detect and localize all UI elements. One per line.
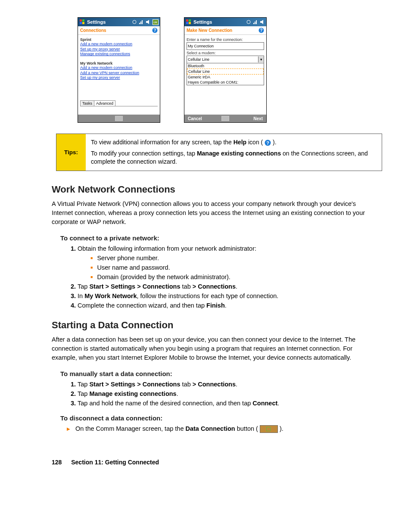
option-irda[interactable]: Generic IrDA xyxy=(187,75,264,80)
bullet: User name and password. xyxy=(90,264,377,271)
section-label: Section 11: Getting Connected xyxy=(71,459,159,466)
titlebar: Settings ok xyxy=(78,18,160,26)
start-icon xyxy=(79,19,85,25)
step-2: Tap Manage existing connections. xyxy=(78,390,377,397)
svg-rect-12 xyxy=(186,22,188,24)
status-icons xyxy=(246,19,265,25)
page-number: 128 xyxy=(52,459,62,466)
subheader-title: Make New Connection xyxy=(187,28,232,33)
steps-private: Obtain the following information from yo… xyxy=(78,245,377,309)
bullet: Server phone number. xyxy=(90,255,377,261)
svg-rect-10 xyxy=(186,19,188,22)
bottombar xyxy=(78,115,160,122)
link-work-vpn[interactable]: Add a new VPN server connection xyxy=(80,71,158,76)
svg-rect-2 xyxy=(80,22,82,24)
modem-label: Select a modem: xyxy=(187,51,264,55)
svg-rect-0 xyxy=(80,19,82,22)
name-input[interactable]: My Connection xyxy=(187,42,264,50)
help-icon[interactable]: ? xyxy=(258,28,264,33)
sprint-label: Sprint xyxy=(80,37,158,42)
step-1: Obtain the following information from yo… xyxy=(78,245,377,280)
keyboard-icon[interactable] xyxy=(221,116,229,121)
signal-icon xyxy=(253,19,258,25)
subheader-title: Connections xyxy=(80,28,106,33)
step-1: Tap Start > Settings > Connections tab >… xyxy=(78,381,377,388)
option-bluetooth[interactable]: Bluetooth xyxy=(187,63,264,68)
sub-disconnect: To disconnect a data connection: xyxy=(60,414,377,422)
content: Sprint Add a new modem connection Set up… xyxy=(78,35,160,115)
titlebar: Settings xyxy=(184,18,266,26)
content: Enter a name for the connection: My Conn… xyxy=(184,35,266,115)
tab-tasks[interactable]: Tasks xyxy=(80,100,94,106)
step-3: Tap and hold the name of the desired con… xyxy=(78,400,377,407)
intro-data: After a data connection has been set up … xyxy=(52,335,377,362)
svg-rect-14 xyxy=(253,23,254,24)
option-cellular[interactable]: Cellular Line xyxy=(187,68,264,75)
step-2: Tap Start > Settings > Connections tab >… xyxy=(78,283,377,290)
tips-label: Tips: xyxy=(56,134,86,171)
sync-icon xyxy=(132,19,137,25)
modem-select[interactable]: Cellular Line ▾ xyxy=(187,56,264,63)
svg-rect-16 xyxy=(256,20,257,24)
tab-row: Tasks Advanced xyxy=(80,100,158,106)
svg-text:?: ? xyxy=(266,140,269,145)
option-hayes[interactable]: Hayes Compatible on COM1: xyxy=(187,80,264,85)
disconnect-step: On the Comm Manager screen, tap the Data… xyxy=(67,425,377,433)
help-icon: ? xyxy=(265,140,271,146)
signal-icon xyxy=(139,19,144,25)
tips-body: To view additional information for any s… xyxy=(86,134,382,171)
svg-rect-1 xyxy=(82,19,84,22)
svg-rect-13 xyxy=(189,22,191,24)
disconnect-steps: On the Comm Manager screen, tap the Data… xyxy=(67,425,377,433)
next-button[interactable]: Next xyxy=(253,116,263,121)
bullet: Domain (provided by the network administ… xyxy=(90,274,377,280)
sub-connect-private: To connect to a private network: xyxy=(60,234,377,242)
svg-rect-5 xyxy=(140,22,141,24)
svg-rect-4 xyxy=(139,23,140,24)
heading-work-network: Work Network Connections xyxy=(52,184,377,195)
subheader: Connections ? xyxy=(78,26,160,35)
modem-options: Bluetooth Cellular Line Generic IrDA Hay… xyxy=(187,63,264,85)
sync-icon xyxy=(246,19,251,25)
step-3: In My Work Network, follow the instructi… xyxy=(78,292,377,299)
help-icon[interactable]: ? xyxy=(152,28,158,33)
data-connection-button-icon xyxy=(260,425,278,433)
svg-text:?: ? xyxy=(260,28,262,33)
link-work-modem[interactable]: Add a new modem connection xyxy=(80,65,158,71)
bottombar: Cancel Next xyxy=(184,115,266,122)
page-footer: 128 Section 11: Getting Connected xyxy=(52,459,377,466)
svg-rect-11 xyxy=(189,19,191,22)
name-label: Enter a name for the connection: xyxy=(187,37,264,42)
steps-manual: Tap Start > Settings > Connections tab >… xyxy=(78,381,377,407)
status-icons xyxy=(132,19,151,25)
tab-advanced[interactable]: Advanced xyxy=(94,100,115,106)
start-icon xyxy=(186,19,192,25)
svg-marker-17 xyxy=(260,20,263,24)
intro-work: A Virtual Private Network (VPN) connecti… xyxy=(52,199,377,227)
link-proxy[interactable]: Set up my proxy server xyxy=(80,47,158,52)
keyboard-icon[interactable] xyxy=(115,116,123,121)
screenshot-new-connection: Settings Make New Connection ? Enter a n… xyxy=(184,17,267,123)
link-add-modem[interactable]: Add a new modem connection xyxy=(80,42,158,47)
step-4: Complete the connection wizard, and then… xyxy=(78,302,377,309)
svg-text:?: ? xyxy=(153,28,156,33)
bullets: Server phone number. User name and passw… xyxy=(90,255,377,280)
svg-marker-7 xyxy=(146,20,149,24)
chevron-down-icon: ▾ xyxy=(258,56,264,62)
tips-box: Tips: To view additional information for… xyxy=(56,134,382,171)
svg-rect-3 xyxy=(82,22,84,24)
device-screenshots: Settings ok Connections ? Sprint Add a n… xyxy=(78,17,377,123)
cancel-button[interactable]: Cancel xyxy=(188,116,202,121)
speaker-icon xyxy=(260,19,265,25)
link-work-proxy[interactable]: Set up my proxy server xyxy=(80,75,158,81)
sub-manual-start: To manually start a data connection: xyxy=(60,370,377,377)
work-label: My Work Network xyxy=(80,61,158,65)
ok-button[interactable]: ok xyxy=(153,19,159,25)
window-title: Settings xyxy=(193,19,244,25)
svg-rect-6 xyxy=(142,20,143,24)
link-manage[interactable]: Manage existing connections xyxy=(80,52,158,57)
screenshot-connections: Settings ok Connections ? Sprint Add a n… xyxy=(78,17,160,123)
subheader: Make New Connection ? xyxy=(184,26,266,35)
window-title: Settings xyxy=(87,19,130,25)
heading-starting-data: Starting a Data Connection xyxy=(52,320,377,331)
